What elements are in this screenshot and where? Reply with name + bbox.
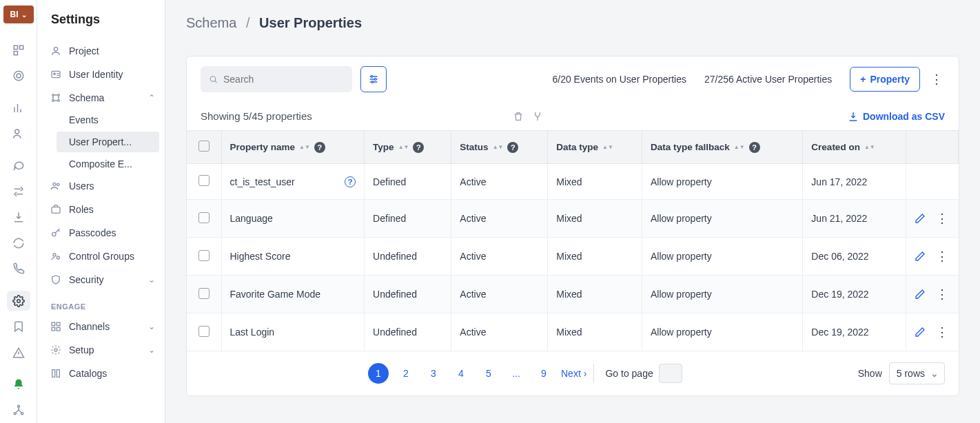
sidebar-item-setup[interactable]: Setup ⌄ [37, 338, 165, 362]
help-icon[interactable]: ? [507, 142, 518, 153]
select-all-checkbox[interactable] [198, 141, 210, 152]
nav-alert-icon[interactable] [7, 342, 30, 363]
sidebar-sub-events[interactable]: Events [37, 110, 165, 130]
brand-label: BI [10, 10, 19, 19]
goto-label: Go to page [605, 368, 653, 379]
table-row: Highest Score Undefined Active Mixed All… [187, 238, 959, 276]
svg-rect-19 [52, 207, 60, 214]
edit-button[interactable] [915, 213, 926, 224]
sidebar-item-channels[interactable]: Channels ⌄ [37, 315, 165, 338]
help-icon[interactable]: ? [413, 142, 424, 153]
cell-fallback: Allow property [642, 276, 803, 313]
nav-refresh-icon[interactable] [7, 233, 30, 254]
nav-chat-icon[interactable] [7, 155, 30, 176]
cell-data-type: Mixed [548, 164, 642, 200]
row-more-button[interactable]: ⋮ [934, 249, 950, 264]
sidebar-item-security[interactable]: Security ⌄ [37, 268, 165, 291]
col-type[interactable]: Type▲▼? [365, 131, 451, 164]
plus-icon: + [860, 74, 866, 85]
search-box[interactable] [201, 66, 352, 92]
merge-button[interactable] [532, 111, 543, 122]
search-input[interactable] [223, 74, 344, 85]
row-checkbox[interactable] [198, 326, 210, 337]
col-property-name[interactable]: Property name▲▼? [221, 131, 365, 164]
sidebar-item-users[interactable]: Users [37, 174, 165, 198]
sidebar-title: Settings [37, 12, 165, 27]
sidebar-item-passcodes[interactable]: Passcodes [37, 221, 165, 245]
nav-export-icon[interactable] [7, 207, 30, 228]
next-page-button[interactable]: Next› [561, 368, 586, 379]
svg-point-27 [54, 349, 57, 351]
svg-point-7 [17, 406, 19, 408]
nav-target-icon[interactable] [7, 66, 30, 87]
help-icon[interactable]: ? [749, 142, 760, 153]
help-icon[interactable]: ? [314, 142, 325, 153]
sidebar-item-schema[interactable]: Schema ⌃ [37, 86, 165, 110]
table-row: Favorite Game Mode Undefined Active Mixe… [187, 276, 959, 313]
sidebar-item-roles[interactable]: Roles [37, 198, 165, 221]
col-data-type-fallback[interactable]: Data type fallback▲▼? [642, 131, 803, 164]
svg-point-30 [374, 79, 376, 81]
page-button[interactable]: 9 [533, 363, 554, 384]
sidebar-sub-composite-events[interactable]: Composite E... [37, 154, 165, 174]
download-csv-link[interactable]: Download as CSV [848, 111, 945, 122]
nav-dashboard-icon[interactable] [7, 40, 30, 61]
edit-button[interactable] [915, 327, 926, 338]
col-data-type[interactable]: Data type▲▼ [548, 131, 642, 164]
brand-switcher[interactable]: BI ⌄ [3, 6, 34, 23]
more-menu-button[interactable]: ⋮ [928, 72, 945, 87]
sidebar-item-label: Catalogs [69, 368, 107, 379]
nav-settings-icon[interactable] [7, 291, 30, 311]
row-checkbox[interactable] [198, 288, 210, 299]
nav-phone-icon[interactable] [7, 259, 30, 280]
cell-fallback: Allow property [642, 238, 803, 276]
user-icon [50, 45, 62, 57]
goto-input[interactable] [659, 364, 682, 383]
download-csv-label: Download as CSV [863, 111, 945, 122]
chevron-down-icon: ⌄ [148, 345, 155, 355]
page-button[interactable]: 5 [478, 363, 499, 384]
edit-button[interactable] [915, 289, 926, 300]
events-count-text: 6/20 Events on User Properties [552, 74, 686, 85]
page-button[interactable]: 4 [451, 363, 471, 384]
chevron-down-icon: ⌄ [148, 275, 155, 285]
filter-button[interactable] [360, 66, 387, 92]
table-strip: Showing 5/45 properties Download as CSV [187, 102, 959, 130]
row-checkbox[interactable] [198, 212, 210, 223]
nav-notifications-icon[interactable] [7, 374, 30, 395]
main-content: Schema / User Properties 6/20 Events on … [165, 0, 980, 423]
row-checkbox[interactable] [198, 175, 210, 186]
sidebar-item-project[interactable]: Project [37, 39, 165, 63]
add-property-button[interactable]: + Property [850, 67, 920, 92]
rows-select[interactable]: 5 rows [889, 362, 945, 384]
page-button[interactable]: 3 [423, 363, 444, 384]
breadcrumb-current: User Properties [259, 15, 362, 30]
col-status[interactable]: Status▲▼? [451, 131, 548, 164]
row-more-button[interactable]: ⋮ [934, 324, 950, 340]
nav-flow-icon[interactable] [7, 181, 30, 202]
cell-fallback: Allow property [642, 200, 803, 238]
sidebar-sub-user-properties[interactable]: User Propert... [57, 132, 159, 152]
nav-bookmark-icon[interactable] [7, 316, 30, 337]
nav-users-icon[interactable] [7, 123, 30, 144]
nav-org-icon[interactable] [7, 400, 30, 421]
svg-point-17 [53, 183, 56, 185]
chevron-down-icon: ⌄ [21, 11, 27, 19]
sidebar-item-control-groups[interactable]: Control Groups [37, 245, 165, 268]
sidebar-item-user-identity[interactable]: User Identity [37, 63, 165, 86]
row-checkbox[interactable] [198, 250, 210, 261]
chevron-down-icon: ⌄ [148, 322, 155, 331]
delete-button[interactable] [513, 111, 524, 122]
page-button[interactable]: 1 [368, 363, 389, 384]
col-created-on[interactable]: Created on▲▼ [803, 131, 906, 164]
sidebar-item-catalogs[interactable]: Catalogs [37, 362, 165, 385]
nav-analytics-icon[interactable] [7, 98, 30, 118]
info-icon[interactable]: ? [345, 176, 356, 187]
breadcrumb-parent[interactable]: Schema [186, 15, 236, 30]
page-button[interactable]: 2 [396, 363, 416, 384]
edit-button[interactable] [915, 251, 926, 262]
row-more-button[interactable]: ⋮ [934, 287, 950, 302]
chevron-up-icon: ⌃ [148, 93, 155, 103]
svg-rect-2 [14, 51, 17, 54]
row-more-button[interactable]: ⋮ [934, 211, 950, 226]
